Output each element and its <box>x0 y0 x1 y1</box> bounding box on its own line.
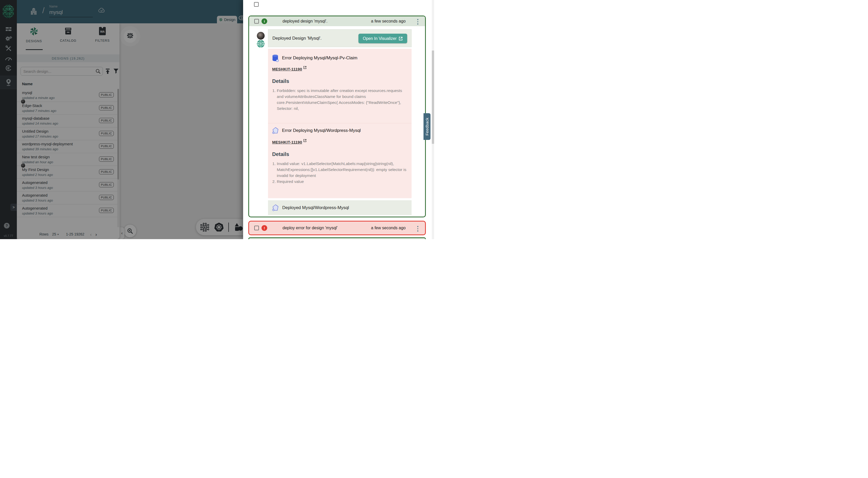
error-heading: Error Deploying Mysql/Wordpress-Mysql <box>282 128 361 133</box>
details-label: Details <box>272 151 289 157</box>
success-message: Deployed Mysql/Wordpress-Mysql <box>282 205 349 211</box>
meshery-app: ‹ / Name Design <box>0 0 434 239</box>
external-link-icon <box>303 139 307 142</box>
service-icon <box>272 127 279 134</box>
deployed-message-box: Deployed Design 'Mysql'. Open In Visuali… <box>268 29 411 47</box>
notification-checkbox[interactable] <box>254 19 259 24</box>
error-heading: Error Deploying Mysql/Mysql-Pv-Claim <box>282 56 358 61</box>
external-link-icon <box>399 36 403 41</box>
svg-text:?: ? <box>277 60 278 62</box>
notification-card-deployed: i deployed design 'mysql'. a few seconds… <box>248 15 426 217</box>
service-icon <box>272 204 279 212</box>
notification-title: deploy error for design 'mysql' <box>282 222 337 234</box>
info-icon: i <box>261 19 267 24</box>
kebab-menu-icon[interactable] <box>417 226 418 232</box>
panel-scrollbar-thumb[interactable] <box>432 51 434 144</box>
alert-icon: ! <box>261 225 267 231</box>
user-avatar <box>257 32 265 40</box>
error-items: Forbidden: spec is immutable after creat… <box>272 88 408 111</box>
notification-header[interactable]: i deployed design 'mysql'. a few seconds… <box>249 16 425 26</box>
deployed-success-box: Deployed Mysql/Wordpress-Mysql <box>268 200 411 215</box>
divider <box>268 123 411 123</box>
feedback-tab[interactable]: Feedback <box>424 113 431 140</box>
meshkit-error-link[interactable]: MESHKIT-11190 <box>272 67 307 71</box>
error-items: Invalid value: v1.LabelSelector{MatchLab… <box>272 161 408 185</box>
notification-checkbox[interactable] <box>254 226 259 230</box>
open-in-visualizer-button[interactable]: Open In Visualizer <box>359 34 407 43</box>
notification-time: a few seconds ago <box>371 222 406 234</box>
notification-card-error[interactable]: ! deploy error for design 'mysql' a few … <box>248 221 426 235</box>
notification-card-partial[interactable] <box>248 237 426 239</box>
error-details-box: ? Error Deploying Mysql/Mysql-Pv-Claim M… <box>268 49 411 198</box>
select-all-checkbox[interactable] <box>254 2 259 7</box>
meshkit-error-link[interactable]: MESHKIT-11190 <box>272 140 307 144</box>
notification-title: deployed design 'mysql'. <box>282 16 327 26</box>
notification-time: a few seconds ago <box>371 16 406 26</box>
details-label: Details <box>272 78 289 84</box>
notification-center: i deployed design 'mysql'. a few seconds… <box>243 0 434 239</box>
pv-claim-icon: ? <box>272 55 279 62</box>
deployed-message: Deployed Design 'Mysql'. <box>272 36 322 41</box>
kebab-menu-icon[interactable] <box>417 19 418 25</box>
meshery-avatar <box>257 40 265 48</box>
external-link-icon <box>303 66 307 69</box>
